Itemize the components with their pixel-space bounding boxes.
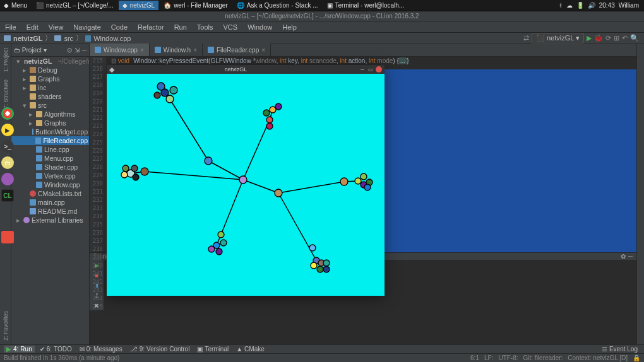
status-context[interactable]: Context: netvizGL [D] xyxy=(568,354,628,361)
tree-file-shader[interactable]: Shader.cpp xyxy=(11,163,89,172)
battery-icon[interactable]: 🔋 xyxy=(576,2,584,9)
app-titlebar[interactable]: ◆ netvizGL ─ ▭ xyxy=(107,65,385,74)
volume-icon[interactable]: 🔊 xyxy=(588,2,595,9)
tree-file-readme[interactable]: README.md xyxy=(11,207,89,216)
toolbar-search-icon[interactable]: 🔍 xyxy=(630,34,639,42)
status-line-sep[interactable]: LF: xyxy=(484,354,493,361)
run-button[interactable]: ▶ xyxy=(587,34,592,42)
menu-vcs[interactable]: VCS xyxy=(218,22,243,32)
project-combo[interactable]: 🗀 Project ▾ xyxy=(14,47,47,54)
menu-help[interactable]: Help xyxy=(277,22,302,32)
toolbar-btn[interactable]: ↶ xyxy=(622,34,628,42)
tree-file-line[interactable]: Line.cpp xyxy=(11,145,89,154)
running-app-window[interactable]: ◆ netvizGL ─ ▭ xyxy=(107,65,385,296)
menu-navigate[interactable]: Navigate xyxy=(68,22,105,32)
status-caret-pos[interactable]: 6:1 xyxy=(470,354,479,361)
menu-window[interactable]: Window xyxy=(242,22,277,32)
toolbar-btn[interactable]: ⟳ xyxy=(605,34,611,42)
taskbar-user[interactable]: William xyxy=(619,2,639,9)
tab-window-cpp[interactable]: Window.cpp× xyxy=(90,44,150,56)
close-icon[interactable]: × xyxy=(140,47,144,54)
toolbar-btn[interactable]: ⊞ xyxy=(614,34,619,42)
tree-folder-graphs[interactable]: ▸Graphs xyxy=(11,74,89,83)
dock-files-icon[interactable]: 🗀 xyxy=(1,156,14,169)
tree-file-filereader[interactable]: FileReader.cpp xyxy=(11,136,89,145)
taskbar-app-terminal[interactable]: ▣ Terminal - werl@localh... xyxy=(323,1,408,10)
network-icon[interactable]: ☁ xyxy=(566,2,573,9)
taskbar-app-netvizgl[interactable]: ◆ netvizGL xyxy=(119,1,158,10)
minimize-icon[interactable]: ─ xyxy=(359,66,366,73)
tree-folder-src[interactable]: ▾src xyxy=(11,101,89,110)
tree-external-libs[interactable]: ▸External Libraries xyxy=(11,216,89,225)
menu-tools[interactable]: Tools xyxy=(192,22,218,32)
status-encoding[interactable]: UTF-8: xyxy=(498,354,518,361)
tool-favorites-tab[interactable]: 2: Favorites xyxy=(1,307,10,344)
run-config-selector[interactable]: ⬛ netvizGL ▾ xyxy=(532,33,584,44)
close-icon[interactable]: × xyxy=(261,47,265,54)
tool-project-tab[interactable]: 1: Project xyxy=(1,44,10,76)
code-editor[interactable]: 215 216 217 218 219 220 221 222 223 224 … xyxy=(90,57,636,252)
btab-eventlog[interactable]: ☰Event Log xyxy=(599,346,640,353)
svg-point-26 xyxy=(141,168,148,175)
svg-line-5 xyxy=(278,182,344,193)
project-header: 🗀 Project ▾ ⊙ ⇲ ─ xyxy=(11,44,89,57)
menu-code[interactable]: Code xyxy=(106,22,133,32)
breadcrumb-root[interactable]: netvizGL xyxy=(4,35,42,42)
taskbar-app-browser[interactable]: 🌐 Ask a Question - Stack ... xyxy=(233,1,322,10)
menu-view[interactable]: View xyxy=(44,22,69,32)
dock-terminal-icon[interactable]: >_ xyxy=(1,140,14,153)
status-lock-icon[interactable]: 🔒 xyxy=(633,354,640,361)
menu-file[interactable]: File xyxy=(0,22,21,32)
dock-clion-icon[interactable]: CL xyxy=(1,189,14,202)
maximize-icon[interactable]: ▭ xyxy=(367,66,374,73)
tree-folder-debug[interactable]: ▸Debug xyxy=(11,66,89,74)
app-icon: ◆ xyxy=(109,66,114,74)
project-collapse-icon[interactable]: ⇲ xyxy=(75,47,80,54)
app-canvas[interactable] xyxy=(107,74,385,296)
dock-trash-icon[interactable] xyxy=(1,231,14,243)
tab-filereader-cpp[interactable]: FileReader.cpp× xyxy=(203,44,271,56)
tree-file-buttonwidget[interactable]: ButtonWidget.cpp xyxy=(11,127,89,136)
tree-file-menu[interactable]: Menu.cpp xyxy=(11,154,89,163)
btab-cmake[interactable]: ▲CMake xyxy=(234,346,267,353)
menu-edit[interactable]: Edit xyxy=(21,22,44,32)
close-icon[interactable] xyxy=(376,66,382,73)
tree-file-window[interactable]: Window.cpp xyxy=(11,180,89,189)
status-git-branch[interactable]: Git: filereader: xyxy=(523,354,563,361)
menu-refactor[interactable]: Refactor xyxy=(133,22,169,32)
taskbar-app-clion[interactable]: ⬛ netvizGL – [~/College/... xyxy=(32,1,117,10)
taskbar-menu[interactable]: ◆ Menu xyxy=(0,1,31,10)
btab-run[interactable]: ▶4:Run xyxy=(4,346,35,353)
run-settings-icon[interactable]: ✿ xyxy=(621,253,626,260)
project-tree[interactable]: ▾netvizGL ~/College/netvizGL ▸Debug ▸Gra… xyxy=(11,57,89,225)
menu-run[interactable]: Run xyxy=(169,22,192,32)
tree-file-main[interactable]: main.cpp xyxy=(11,198,89,207)
tree-folder-graphs-src[interactable]: ▸Graphs xyxy=(11,119,89,127)
tree-folder-algorithms[interactable]: ▸Algorithms xyxy=(11,110,89,119)
dock-app-icon[interactable] xyxy=(1,173,14,185)
project-hide-icon[interactable]: ─ xyxy=(82,47,86,54)
taskbar-app-filemanager[interactable]: 🏠 werl - File Manager xyxy=(160,1,232,10)
bluetooth-icon[interactable]: ᚼ xyxy=(559,2,563,9)
dock-play-icon[interactable]: ▶ xyxy=(1,124,14,136)
svg-line-2 xyxy=(243,180,278,193)
tree-folder-shaders[interactable]: shaders xyxy=(11,92,89,101)
btab-terminal[interactable]: ▣Terminal xyxy=(194,346,231,353)
btab-todo[interactable]: ✔6:TODO xyxy=(37,346,75,353)
svg-point-16 xyxy=(266,117,273,123)
breadcrumb-file[interactable]: Window.cpp xyxy=(85,35,131,42)
toolbar-settings-icon[interactable]: ⇄ xyxy=(523,34,529,42)
debug-button[interactable]: 🐞 xyxy=(594,34,603,42)
tree-file-cmake[interactable]: CMakeLists.txt xyxy=(11,189,89,198)
tree-folder-inc[interactable]: ▸inc xyxy=(11,83,89,92)
btab-messages[interactable]: ✉0:Messages xyxy=(77,346,125,353)
project-gear-icon[interactable]: ⊙ xyxy=(67,47,72,54)
tree-file-vertex[interactable]: Vertex.cpp xyxy=(11,172,89,180)
breadcrumb-folder[interactable]: src xyxy=(54,35,73,42)
dock-chrome-icon[interactable] xyxy=(1,107,14,120)
btab-vcs[interactable]: ⎇9:Version Control xyxy=(128,346,193,353)
tab-window-h[interactable]: Window.h× xyxy=(150,44,203,56)
close-icon[interactable]: × xyxy=(193,47,197,54)
tree-root[interactable]: ▾netvizGL ~/College/netvizGL xyxy=(11,57,89,66)
run-hide-icon[interactable]: ─ xyxy=(628,253,633,260)
